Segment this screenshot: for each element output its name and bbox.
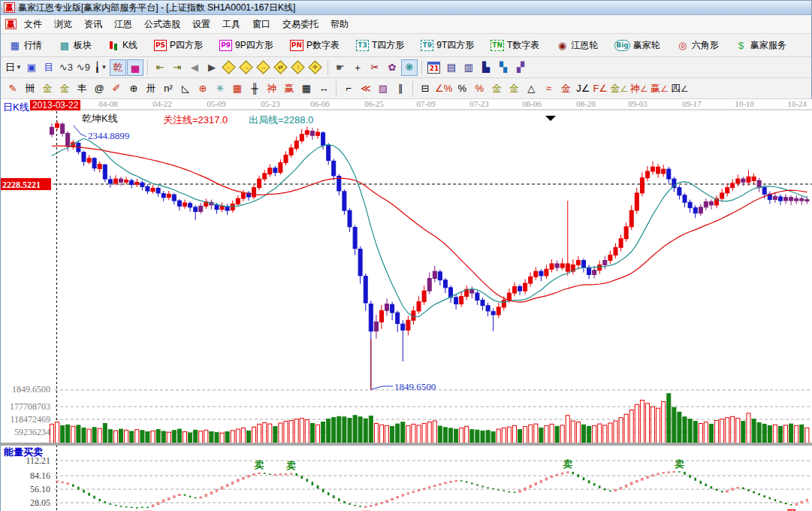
hand-tool-icon[interactable]: ☛ <box>332 59 349 76</box>
first-bar-icon[interactable]: ⇤ <box>152 59 168 76</box>
brush-tool-icon[interactable]: ✎ <box>5 80 21 97</box>
ying-angle-icon[interactable]: 赢∠ <box>650 80 669 97</box>
toolbar-button-T四方形[interactable]: T3T四方形 <box>354 38 406 53</box>
indicator-bar <box>545 478 548 480</box>
notes-icon[interactable]: ▥ <box>460 59 477 76</box>
indicator-bar <box>290 473 292 475</box>
angle-tool-icon[interactable]: ◺ <box>177 80 194 97</box>
gold-line-icon[interactable]: 金 <box>506 80 522 97</box>
percent-zone-icon[interactable]: % <box>471 80 488 97</box>
spiral-tool-icon[interactable]: @ <box>91 80 107 97</box>
kline-chart[interactable]: 04-0804-2205-0905-2306-0606-2507-0907-23… <box>1 99 812 511</box>
gann-circle-icon[interactable]: ⊕ <box>125 80 142 97</box>
expand-v-diamond-icon[interactable]: ↕ <box>290 59 306 76</box>
four-angle-icon[interactable]: 四∠ <box>670 80 690 97</box>
wave-line-icon[interactable]: ≈ <box>540 80 557 97</box>
price-grid-icon[interactable]: ▦ <box>229 80 246 97</box>
period-label[interactable]: 日K线 <box>3 101 29 114</box>
menu-item-交易委托[interactable]: 交易委托 <box>276 16 324 33</box>
menu-item-公式选股[interactable]: 公式选股 <box>138 16 186 33</box>
title-bar[interactable]: 赢 赢家江恩专业版[赢家内部服务平台] - [上证指数 SH1A0001-167… <box>1 1 811 15</box>
smart-analysis-icon[interactable]: ❋ <box>401 59 418 76</box>
ribbon-tool-icon[interactable]: ✿ <box>384 59 400 76</box>
pan-left-diamond-icon[interactable]: ← <box>221 59 237 76</box>
next-bar-icon[interactable]: ▶ <box>204 59 220 76</box>
pan-right-diamond-icon[interactable]: → <box>238 59 255 76</box>
toolbar-button-江恩轮[interactable]: ◉江恩轮 <box>554 38 600 53</box>
toolbar-button-P四方形[interactable]: PSP四方形 <box>152 38 205 53</box>
star-grid-icon[interactable]: ✳ <box>212 80 228 97</box>
menu-item-浏览[interactable]: 浏览 <box>48 16 78 33</box>
gold-ratio-2-icon[interactable]: 金 <box>56 80 73 97</box>
box-fan-icon[interactable]: ▨ <box>375 80 391 97</box>
volume-bar <box>534 424 538 445</box>
j-angle-icon[interactable]: J∠ <box>575 80 591 97</box>
width-measure-icon[interactable]: ↔ <box>315 80 332 97</box>
gold-angle-icon[interactable]: 金∠ <box>609 80 629 97</box>
percent-tool-icon[interactable]: % <box>454 80 470 97</box>
gold-zone-icon[interactable]: 金 <box>557 80 574 97</box>
gold-ratio-1-icon[interactable]: 金 <box>39 80 56 97</box>
info-view-icon[interactable]: 目 <box>41 59 57 76</box>
color-volume-icon[interactable]: ▅ <box>127 59 143 76</box>
toolbar-button-行情[interactable]: ▦行情 <box>7 38 44 53</box>
period-day-dropdown[interactable]: 日▼ <box>5 59 23 76</box>
panel-separator[interactable] <box>1 443 812 446</box>
window-layout-icon[interactable]: ▣ <box>23 59 40 76</box>
menu-item-工具[interactable]: 工具 <box>216 16 246 33</box>
menu-item-资讯[interactable]: 资讯 <box>78 16 108 33</box>
ray-fan-icon[interactable]: ≪ <box>358 80 374 97</box>
measure-tool-icon[interactable]: ✂ <box>367 59 383 76</box>
scale-tool-icon[interactable]: ⊟ <box>417 80 433 97</box>
calendar-icon[interactable]: 21 <box>426 59 442 76</box>
shen-angle-icon[interactable]: 神∠ <box>629 80 649 97</box>
wedge-tool-icon[interactable]: △ <box>523 80 539 97</box>
gold-circle-icon[interactable]: 金 <box>488 80 505 97</box>
menu-item-设置[interactable]: 设置 <box>186 16 216 33</box>
compass-tool-icon[interactable]: ⊕ <box>195 80 211 97</box>
percent-line-icon[interactable]: ∠% <box>434 80 453 97</box>
split-line-icon[interactable]: ╫ <box>246 80 263 97</box>
gann-ruler-icon[interactable]: 卌 <box>22 80 38 97</box>
expand-h-diamond-icon[interactable]: ↔ <box>255 59 272 76</box>
compress-h-diamond-icon[interactable]: ⇄ <box>273 59 289 76</box>
volume-bar <box>640 401 644 446</box>
menu-item-江恩[interactable]: 江恩 <box>108 16 138 33</box>
shen-tool-icon[interactable]: 神 <box>264 80 280 97</box>
toolbar-button-赢家轮[interactable]: Big赢家轮 <box>612 38 662 53</box>
save-web-icon[interactable]: ▚ <box>495 59 512 76</box>
square-of-nine-icon[interactable]: n² <box>160 80 177 97</box>
f-angle-icon[interactable]: F∠ <box>592 80 608 97</box>
toolbar-button-K线[interactable]: K线 <box>106 38 140 53</box>
toolbar-button-T数字表[interactable]: TNT数字表 <box>488 38 542 53</box>
save-user-icon[interactable]: ▞ <box>512 59 529 76</box>
expand-all-diamond-icon[interactable]: ✛ <box>307 59 324 76</box>
crosshair-tool-icon[interactable]: ＋ <box>349 59 366 76</box>
wave-9-icon[interactable]: ∿9 <box>75 59 92 76</box>
candle-style-dropdown[interactable]: ╽▼ <box>92 59 109 76</box>
right-angle-icon[interactable]: ⌐ <box>340 80 357 97</box>
calculator-icon[interactable]: ▤ <box>443 59 460 76</box>
fork-tool-icon[interactable]: 丰 <box>74 80 90 97</box>
toolbar-button-9P四方形[interactable]: P99P四方形 <box>217 38 276 53</box>
wave-3-icon[interactable]: ∿3 <box>58 59 74 76</box>
last-bar-icon[interactable]: ⇥ <box>169 59 186 76</box>
qiankun-kline-icon[interactable]: 乾 <box>110 59 126 76</box>
toolbar-button-赢家服务[interactable]: $赢家服务 <box>733 38 789 53</box>
toolbar-button-9T四方形[interactable]: T99T四方形 <box>418 38 476 53</box>
prev-bar-icon[interactable]: ◀ <box>186 59 203 76</box>
parallel-lines-icon[interactable]: ∥ <box>392 80 409 97</box>
toolbar-button-P数字表[interactable]: PNP数字表 <box>288 38 342 53</box>
toolbar-button-六角形[interactable]: ◎六角形 <box>675 38 721 53</box>
dense-ruler-icon[interactable]: 卅 <box>143 80 159 97</box>
number-grid-icon[interactable]: ▦ <box>298 80 315 97</box>
ying-tool-icon[interactable]: 赢 <box>281 80 297 97</box>
menu-item-帮助[interactable]: 帮助 <box>324 16 355 33</box>
toolbar-button-板块[interactable]: ▩板块 <box>56 38 94 53</box>
indicator-bar <box>551 476 553 478</box>
save-icon[interactable]: ▙ <box>478 59 494 76</box>
menu-item-文件[interactable]: 文件 <box>18 16 48 33</box>
chart-region[interactable]: 04-0804-2205-0905-2306-0606-2507-0907-23… <box>1 99 812 511</box>
pen-tool-icon[interactable]: ✐ <box>108 80 125 97</box>
menu-item-窗口[interactable]: 窗口 <box>246 16 276 33</box>
